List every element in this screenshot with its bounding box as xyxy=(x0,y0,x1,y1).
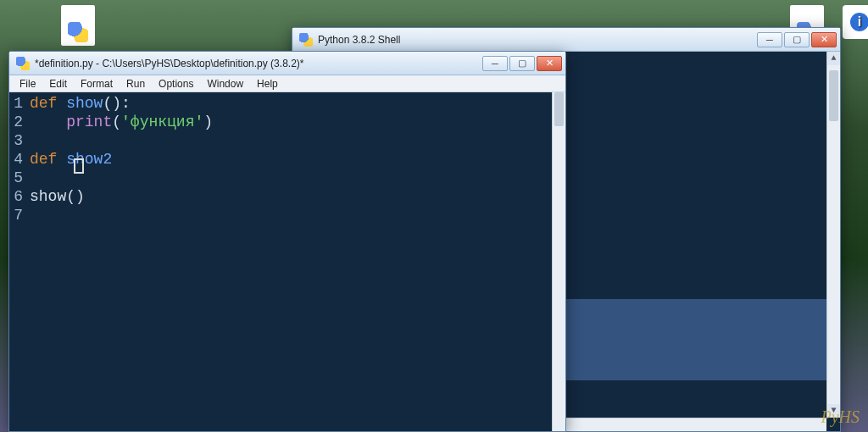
vertical-scrollbar[interactable] xyxy=(552,92,565,431)
line-number-gutter: 1 2 3 4 5 6 7 xyxy=(9,92,26,431)
scroll-up-arrow-icon[interactable]: ▲ xyxy=(827,52,840,65)
editor-window[interactable]: *definition.py - C:\Users\PyHS\Desktop\d… xyxy=(8,51,566,432)
scrollbar-thumb[interactable] xyxy=(829,70,838,121)
python-file-icon xyxy=(61,5,95,46)
titlebar[interactable]: *definition.py - C:\Users\PyHS\Desktop\d… xyxy=(9,52,565,75)
python-icon xyxy=(16,57,30,70)
menu-run[interactable]: Run xyxy=(120,76,152,91)
menubar: File Edit Format Run Options Window Help xyxy=(9,75,565,92)
code-area[interactable]: def show(): print('функция') def show2 s… xyxy=(26,92,565,431)
watermark: PyHS xyxy=(821,407,860,427)
info-icon xyxy=(843,5,868,39)
text-cursor-icon xyxy=(74,158,84,174)
close-button[interactable]: ✕ xyxy=(811,32,837,47)
titlebar[interactable]: Python 3.8.2 Shell ─ ▢ ✕ xyxy=(292,28,840,52)
menu-help[interactable]: Help xyxy=(250,76,285,91)
window-title: *definition.py - C:\Users\PyHS\Desktop\d… xyxy=(35,58,482,69)
close-button[interactable]: ✕ xyxy=(537,56,562,71)
menu-file[interactable]: File xyxy=(13,76,42,91)
minimize-button[interactable]: ─ xyxy=(482,56,508,71)
maximize-button[interactable]: ▢ xyxy=(509,56,535,71)
maximize-button[interactable]: ▢ xyxy=(784,32,810,47)
menu-format[interactable]: Format xyxy=(74,76,120,91)
minimize-button[interactable]: ─ xyxy=(757,32,782,47)
scrollbar-thumb[interactable] xyxy=(554,92,564,126)
menu-options[interactable]: Options xyxy=(152,76,200,91)
menu-window[interactable]: Window xyxy=(200,76,250,91)
window-title: Python 3.8.2 Shell xyxy=(318,34,757,46)
python-icon xyxy=(299,33,313,47)
menu-edit[interactable]: Edit xyxy=(42,76,74,91)
code-editor[interactable]: 1 2 3 4 5 6 7 def show(): print('функция… xyxy=(9,92,565,431)
